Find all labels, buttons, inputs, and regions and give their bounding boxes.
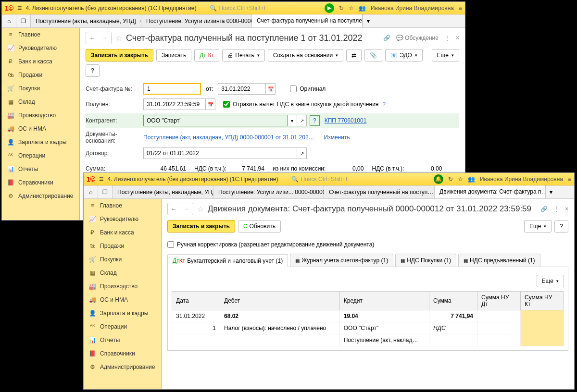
received-input[interactable]: [143, 98, 206, 110]
global-search[interactable]: 🔍 Поиск Ctrl+Shift+F: [210, 5, 267, 12]
cell-nukt[interactable]: [521, 310, 564, 346]
dropdown-icon[interactable]: ▾: [288, 115, 297, 126]
sidebar-item-6[interactable]: 🏭Производство: [84, 280, 161, 293]
print-button[interactable]: 🖨 Печать▾: [222, 49, 264, 61]
favorite-icon[interactable]: ☆: [197, 205, 204, 214]
help-link-icon[interactable]: ?: [382, 101, 386, 108]
tabs-dropdown[interactable]: ▾: [363, 14, 373, 27]
open-icon[interactable]: ↗: [297, 147, 307, 159]
tab-2[interactable]: Счет-фактура полученный на поступ…×: [324, 185, 435, 198]
th-sum[interactable]: Сумма: [429, 292, 477, 310]
more-button[interactable]: Еще▾: [524, 220, 552, 233]
sidebar-item-1[interactable]: 📈Руководителю: [2, 41, 79, 55]
tabs-dropdown[interactable]: ▾: [545, 185, 556, 198]
play-icon[interactable]: ▶: [325, 3, 334, 13]
counterparty-input[interactable]: [143, 115, 288, 126]
tab-0[interactable]: Поступление (акты, накладные, УПД)×: [31, 14, 141, 27]
sidebar-item-3[interactable]: 🛍Продажи: [2, 68, 79, 82]
save-button[interactable]: Записать: [156, 49, 191, 61]
history-icon[interactable]: ↻: [448, 176, 453, 183]
tab-1[interactable]: Поступление: Услуги лизи... 0000-000001 …: [213, 185, 324, 198]
manual-checkbox[interactable]: [167, 241, 174, 248]
sidebar-item-10[interactable]: 📊Отчеты: [2, 162, 79, 176]
star-icon[interactable]: ☆: [458, 176, 463, 183]
original-checkbox[interactable]: [290, 86, 297, 92]
windows-button[interactable]: ❐: [98, 185, 113, 198]
save-close-button[interactable]: Записать и закрыть: [167, 220, 235, 233]
kebab-icon[interactable]: ⋮: [444, 35, 450, 41]
table-row[interactable]: 1 Налог (взносы): начислено / уплачено О…: [172, 322, 564, 334]
sidebar-item-12[interactable]: ⚙Администрирование: [2, 189, 79, 203]
back-button[interactable]: ←: [86, 32, 99, 44]
sidebar-item-7[interactable]: 🚚ОС и НМА: [2, 122, 79, 135]
menu-caret-icon[interactable]: ≡: [568, 176, 571, 183]
change-link[interactable]: Изменить: [324, 134, 350, 141]
menu-caret-icon[interactable]: ≡: [459, 5, 462, 12]
th-nudt[interactable]: Сумма НУ Дт: [477, 292, 521, 310]
save-close-button[interactable]: Записать и закрыть: [86, 49, 153, 61]
refresh-button[interactable]: С Обновить: [238, 220, 281, 233]
relations-button[interactable]: ⇄: [346, 49, 362, 61]
calendar-icon[interactable]: 📅: [266, 83, 276, 95]
sidebar-item-11[interactable]: 📕Справочники: [2, 176, 79, 189]
sidebar-item-2[interactable]: ₽Банк и касса: [2, 55, 79, 68]
more-button[interactable]: Еще▾: [432, 49, 459, 61]
sidebar-item-12[interactable]: ⚙Администрирование: [84, 360, 161, 374]
user-name[interactable]: Иванова Ирина Владимировна: [480, 176, 563, 183]
sidebar-item-4[interactable]: 🛒Покупки: [2, 82, 79, 95]
sidebar-item-5[interactable]: ▦Склад: [84, 266, 161, 280]
intab-1[interactable]: ▦Журнал учета счетов-фактур (1): [290, 254, 393, 267]
sidebar-item-8[interactable]: 👤Зарплата и кадры: [2, 135, 79, 149]
link-icon[interactable]: 🔗: [383, 35, 390, 41]
user-name[interactable]: Иванова Ирина Владимировна: [371, 5, 454, 12]
home-button[interactable]: ⌂: [2, 14, 16, 27]
dtct-button[interactable]: ДтКт: [194, 49, 219, 61]
sidebar-item-10[interactable]: 📊Отчеты: [84, 333, 161, 347]
star-icon[interactable]: ☆: [349, 5, 354, 12]
reflect-checkbox[interactable]: [223, 101, 230, 108]
kebab-icon[interactable]: ⋮: [553, 206, 559, 212]
bell-icon[interactable]: 🔔: [434, 174, 443, 184]
close-doc-icon[interactable]: ×: [456, 35, 459, 41]
calendar-icon[interactable]: 📅: [206, 98, 215, 110]
sidebar-item-0[interactable]: ≡Главное: [84, 199, 161, 212]
th-date[interactable]: Дата: [172, 292, 220, 310]
hamburger-icon[interactable]: ≡: [99, 175, 103, 184]
intab-0[interactable]: ДтКтБухгалтерский и налоговый учет (1): [167, 254, 288, 267]
basis-link[interactable]: Поступление (акт, накладная, УПД) 0000-0…: [143, 134, 314, 141]
kpp-link[interactable]: КПП 770601001: [325, 117, 367, 124]
table-row[interactable]: 31.01.2022 68.02 19.04 7 741,94: [172, 310, 564, 322]
help-button[interactable]: ?: [86, 64, 100, 77]
table-more-button[interactable]: Еще▾: [537, 275, 564, 287]
user-icon[interactable]: 👥: [359, 5, 366, 12]
sidebar-item-7[interactable]: 🚚ОС и НМА: [84, 293, 161, 306]
contract-input[interactable]: [143, 147, 297, 159]
home-button[interactable]: ⌂: [84, 185, 98, 198]
windows-button[interactable]: ❐: [16, 14, 31, 27]
th-nukt[interactable]: Сумма НУ Кт: [521, 292, 564, 310]
history-icon[interactable]: ↻: [339, 5, 344, 12]
sidebar-item-0[interactable]: ≡Главное: [2, 28, 79, 41]
sidebar-item-5[interactable]: ▦Склад: [2, 95, 79, 109]
number-input[interactable]: [143, 83, 201, 95]
sidebar-item-2[interactable]: ₽Банк и касса: [84, 226, 161, 239]
date-from-input[interactable]: [218, 83, 266, 95]
sidebar-item-8[interactable]: 👤Зарплата и кадры: [84, 306, 161, 320]
edo-button[interactable]: 📧 ЭДО▾: [385, 49, 423, 61]
sidebar-item-4[interactable]: 🛒Покупки: [84, 253, 161, 266]
user-icon[interactable]: 👥: [468, 176, 475, 183]
sidebar-item-11[interactable]: 📕Справочники: [84, 347, 161, 360]
th-credit[interactable]: Кредит: [339, 292, 429, 310]
create-based-button[interactable]: Создать на основании▾: [268, 49, 344, 61]
back-button[interactable]: ←: [168, 203, 180, 215]
discuss-button[interactable]: 💬 Обсуждение: [396, 35, 439, 41]
intab-2[interactable]: ▦НДС Покупки (1): [395, 254, 456, 267]
tab-0[interactable]: Поступление (акты, накладные, УПД)×: [113, 185, 213, 198]
help-button[interactable]: ?: [554, 220, 568, 233]
attach-button[interactable]: 📎: [364, 49, 382, 61]
favorite-icon[interactable]: ☆: [115, 34, 122, 43]
th-debit[interactable]: Дебет: [220, 292, 340, 310]
tab-3[interactable]: Движения документа: Счет-фактура п…×: [435, 185, 545, 198]
close-doc-icon[interactable]: ×: [565, 206, 568, 212]
link-icon[interactable]: 🔗: [540, 206, 548, 212]
